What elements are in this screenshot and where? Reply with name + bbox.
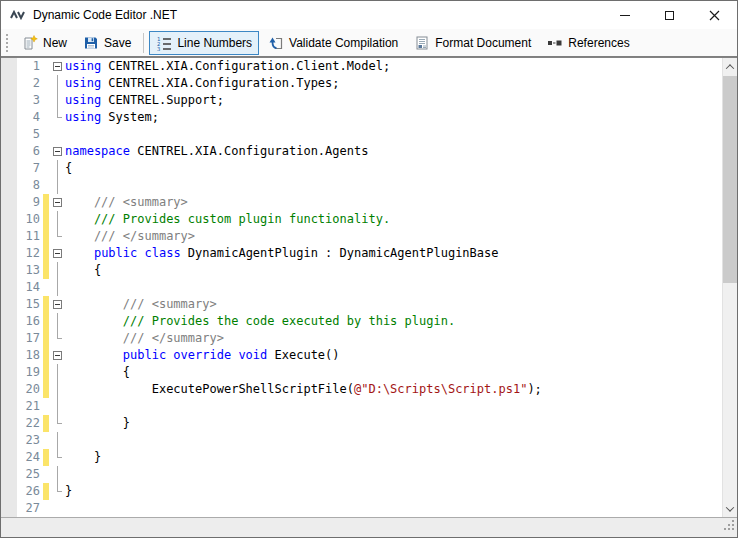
resize-grip-icon[interactable]: [723, 517, 735, 535]
code-text[interactable]: namespace CENTREL.XIA.Configuration.Agen…: [65, 143, 368, 160]
code-text[interactable]: /// </summary>: [65, 228, 195, 245]
code-line[interactable]: 22 }: [17, 415, 722, 432]
code-line[interactable]: 16 /// Provides the code executed by thi…: [17, 313, 722, 330]
change-bar: [43, 109, 49, 126]
references-button[interactable]: References: [540, 31, 636, 55]
validate-compilation-button[interactable]: Validate Compilation: [261, 31, 405, 55]
line-numbers-button[interactable]: 1 2 3 Line Numbers: [149, 31, 259, 55]
save-button[interactable]: Save: [76, 31, 138, 55]
code-text[interactable]: }: [65, 449, 101, 466]
indicator-margin: [1, 58, 17, 517]
code-line[interactable]: 23: [17, 432, 722, 449]
maximize-button[interactable]: [647, 1, 692, 29]
code-line[interactable]: 6namespace CENTREL.XIA.Configuration.Age…: [17, 143, 722, 160]
code-text[interactable]: using System;: [65, 109, 159, 126]
code-text[interactable]: /// Provides custom plugin functionality…: [65, 211, 390, 228]
fold-margin: [51, 92, 65, 109]
code-line[interactable]: 11 /// </summary>: [17, 228, 722, 245]
toolbar-grip[interactable]: [6, 34, 9, 52]
scroll-up-button[interactable]: [723, 58, 737, 75]
code-line[interactable]: 24 }: [17, 449, 722, 466]
code-line[interactable]: 21: [17, 398, 722, 415]
line-number: 11: [17, 228, 43, 245]
code-line[interactable]: 1using CENTREL.XIA.Configuration.Client.…: [17, 58, 722, 75]
code-token: public class: [94, 246, 181, 260]
code-text[interactable]: /// </summary>: [65, 330, 224, 347]
references-icon: [547, 35, 563, 51]
code-line[interactable]: 3using CENTREL.Support;: [17, 92, 722, 109]
code-token: CENTREL.XIA.Configuration.Agents: [130, 144, 368, 158]
code-line[interactable]: 12 public class DynamicAgentPlugin : Dyn…: [17, 245, 722, 262]
change-bar: [43, 126, 49, 143]
vertical-scrollbar[interactable]: [722, 58, 737, 517]
code-line[interactable]: 4using System;: [17, 109, 722, 126]
code-text[interactable]: /// <summary>: [65, 296, 217, 313]
minimize-button[interactable]: [602, 1, 647, 29]
code-text[interactable]: }: [65, 483, 72, 500]
fold-line: [57, 160, 58, 177]
code-text[interactable]: ExecutePowerShellScriptFile(@"D:\Scripts…: [65, 381, 542, 398]
code-text[interactable]: {: [65, 262, 101, 279]
code-line[interactable]: 26}: [17, 483, 722, 500]
code-text[interactable]: using CENTREL.XIA.Configuration.Client.M…: [65, 58, 390, 75]
code-editor[interactable]: 1using CENTREL.XIA.Configuration.Client.…: [1, 57, 737, 517]
line-number: 14: [17, 279, 43, 296]
fold-line: [57, 432, 58, 449]
code-line[interactable]: 14: [17, 279, 722, 296]
fold-toggle-icon[interactable]: [53, 62, 62, 71]
line-number: 16: [17, 313, 43, 330]
code-line[interactable]: 18 public override void Execute(): [17, 347, 722, 364]
code-text[interactable]: /// Provides the code executed by this p…: [65, 313, 455, 330]
code-text[interactable]: {: [65, 364, 130, 381]
close-button[interactable]: [692, 1, 737, 29]
code-text[interactable]: {: [65, 160, 72, 177]
code-line[interactable]: 13 {: [17, 262, 722, 279]
new-button[interactable]: New: [15, 31, 74, 55]
line-number: 24: [17, 449, 43, 466]
fold-margin: [51, 364, 65, 381]
code-token: ExecutePowerShellScriptFile(: [65, 382, 354, 396]
toolbar-separator: [143, 33, 144, 53]
code-line[interactable]: 10 /// Provides custom plugin functional…: [17, 211, 722, 228]
code-line[interactable]: 15 /// <summary>: [17, 296, 722, 313]
fold-margin: [51, 194, 65, 211]
fold-toggle-icon[interactable]: [53, 147, 62, 156]
code-token: using: [65, 93, 101, 107]
code-text[interactable]: public override void Execute(): [65, 347, 340, 364]
fold-line: [57, 75, 58, 92]
code-text[interactable]: /// <summary>: [65, 194, 188, 211]
code-line[interactable]: 8: [17, 177, 722, 194]
code-line[interactable]: 19 {: [17, 364, 722, 381]
code-text[interactable]: using CENTREL.XIA.Configuration.Types;: [65, 75, 340, 92]
code-text[interactable]: public class DynamicAgentPlugin : Dynami…: [65, 245, 499, 262]
change-bar: [43, 75, 49, 92]
scroll-down-button[interactable]: [723, 500, 737, 517]
chevron-up-icon: [726, 64, 734, 72]
code-text[interactable]: using CENTREL.Support;: [65, 92, 224, 109]
code-line[interactable]: 17 /// </summary>: [17, 330, 722, 347]
code-line[interactable]: 9 /// <summary>: [17, 194, 722, 211]
line-number: 26: [17, 483, 43, 500]
fold-toggle-icon[interactable]: [53, 351, 62, 360]
fold-margin: [51, 177, 65, 194]
code-line[interactable]: 25: [17, 466, 722, 483]
code-line[interactable]: 5: [17, 126, 722, 143]
fold-margin: [51, 126, 65, 143]
chevron-down-icon: [726, 503, 734, 511]
change-bar: [43, 296, 49, 313]
code-line[interactable]: 27: [17, 500, 722, 517]
code-line[interactable]: 7{: [17, 160, 722, 177]
fold-toggle-icon[interactable]: [53, 198, 62, 207]
fold-toggle-icon[interactable]: [53, 249, 62, 258]
code-text[interactable]: }: [65, 415, 130, 432]
code-line[interactable]: 20 ExecutePowerShellScriptFile(@"D:\Scri…: [17, 381, 722, 398]
code-line[interactable]: 2using CENTREL.XIA.Configuration.Types;: [17, 75, 722, 92]
horizontal-scrollbar[interactable]: [1, 517, 737, 537]
code-token: [65, 348, 123, 362]
fold-margin: [51, 245, 65, 262]
fold-toggle-icon[interactable]: [53, 300, 62, 309]
vertical-scrollbar-thumb[interactable]: [723, 76, 737, 283]
line-number: 27: [17, 500, 43, 517]
format-document-button[interactable]: Format Document: [407, 31, 538, 55]
code-token: Execute(): [267, 348, 339, 362]
